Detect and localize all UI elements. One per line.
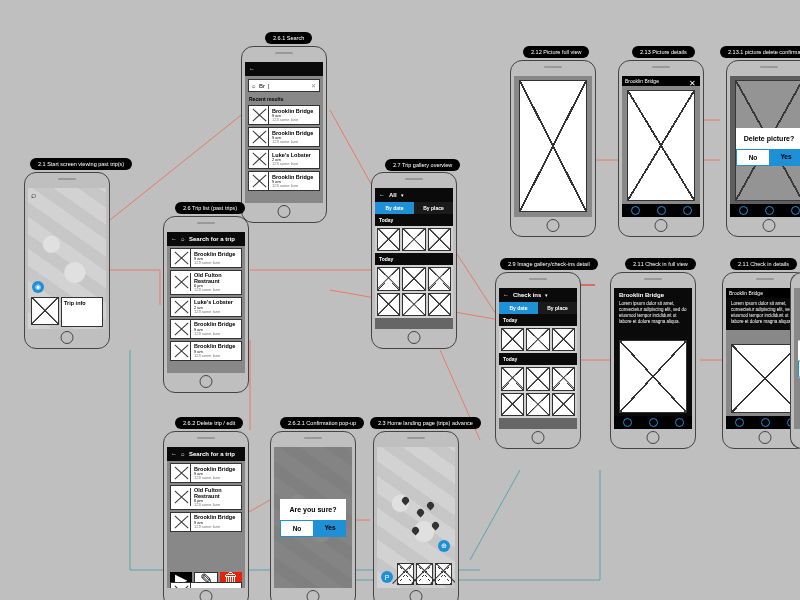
- action-icon[interactable]: [735, 418, 744, 427]
- photo-thumb[interactable]: [377, 228, 400, 251]
- chevron-down-icon[interactable]: ▾: [545, 292, 548, 298]
- action-icon[interactable]: [623, 418, 632, 427]
- trip-info-label: Trip info: [64, 300, 100, 306]
- pill-start: 2.1 Start screen viewing past trip(s): [30, 158, 132, 170]
- full-image[interactable]: [519, 80, 587, 212]
- recent-label: Recent results: [245, 95, 323, 103]
- photo-thumb[interactable]: [435, 563, 452, 585]
- fab-user[interactable]: P: [381, 571, 393, 583]
- result-item[interactable]: Brooklin Bridge9 am123 some lane: [248, 105, 320, 125]
- pill-picfull: 2.12 Picture full view: [523, 46, 589, 58]
- pill-confirm: 2.6.2.1 Confirmation pop-up: [280, 417, 364, 429]
- trip-item[interactable]: Brooklin Bridge9 am123 some lane: [170, 319, 242, 339]
- fab-locate[interactable]: ◉: [32, 281, 44, 293]
- no-button[interactable]: No: [736, 149, 770, 166]
- photo-thumb[interactable]: [377, 267, 400, 290]
- search-input[interactable]: ⌕ Br| ✕: [248, 79, 320, 92]
- trip-item[interactable]: Brooklin Bridge9 am123 some lane: [170, 512, 242, 532]
- photo-thumb[interactable]: [552, 393, 575, 416]
- action-icon[interactable]: [631, 206, 640, 215]
- pill-triplist: 2.6 Trip list (past trips): [175, 202, 245, 214]
- result-item[interactable]: Brooklin Bridge9 am123 some lane: [248, 127, 320, 147]
- back-icon[interactable]: ←: [249, 66, 255, 72]
- frame-checkfull: Brooklin Bridge Lorem ipsum dolor sit am…: [610, 272, 696, 449]
- chevron-down-icon[interactable]: ▾: [401, 192, 404, 198]
- pill-checkfull: 2.11 Check in full view: [625, 258, 696, 270]
- share-icon[interactable]: [649, 418, 658, 427]
- pic-title: Brooklin Bridge: [625, 78, 659, 84]
- title-checkins: Check ins: [513, 292, 541, 298]
- frame-checkdelete-partial: Del No: [790, 272, 800, 449]
- back-icon[interactable]: ←: [503, 292, 509, 298]
- photo-thumb[interactable]: [377, 293, 400, 316]
- action-icon[interactable]: [739, 206, 748, 215]
- photo-thumb[interactable]: [526, 328, 549, 351]
- search-icon[interactable]: ⌕: [181, 451, 185, 457]
- info-icon[interactable]: [791, 206, 800, 215]
- trip-item[interactable]: Old Fulton Restraunt6 pm123 some lane: [170, 270, 242, 295]
- clear-icon[interactable]: ✕: [311, 82, 316, 89]
- pill-gallery: 2.7 Trip gallery overview: [385, 159, 460, 171]
- back-icon[interactable]: ←: [171, 236, 177, 242]
- photo-thumb[interactable]: [428, 293, 451, 316]
- search-icon[interactable]: ⌕: [181, 236, 185, 242]
- search-value: Br: [259, 83, 265, 89]
- photo-thumb[interactable]: [526, 393, 549, 416]
- fab-add[interactable]: ⊕: [438, 540, 450, 552]
- search-icon[interactable]: ⌕: [31, 190, 36, 200]
- detail-body: Lorem ipsum dolor sit amet, consectetur …: [726, 298, 800, 327]
- frame-delete: ←⌕Search for a trip Brooklin Bridge9 am1…: [163, 431, 249, 600]
- close-icon[interactable]: ✕: [689, 79, 696, 88]
- tab-byplace[interactable]: By place: [414, 202, 453, 214]
- no-button[interactable]: No: [280, 520, 314, 537]
- photo-thumb[interactable]: [501, 393, 524, 416]
- photo-thumb[interactable]: [402, 293, 425, 316]
- frame-checkdetails: Brooklin Bridge ✕ Lorem ipsum dolor sit …: [722, 272, 800, 449]
- trip-item[interactable]: Brooklin Bridge9 am123 some lane: [170, 248, 242, 268]
- frame-picdelete: Delete picture? No Yes: [726, 60, 800, 237]
- photo-thumb[interactable]: [501, 367, 524, 390]
- info-icon[interactable]: [675, 418, 684, 427]
- frame-picdetails: Brooklin Bridge ✕: [618, 60, 704, 237]
- tab-byplace[interactable]: By place: [538, 302, 577, 314]
- trip-item[interactable]: Brooklin Bridge9 am: [170, 582, 242, 588]
- checkin-image[interactable]: [619, 340, 687, 413]
- photo-thumb[interactable]: [428, 228, 451, 251]
- back-icon[interactable]: ←: [379, 192, 385, 198]
- title-all[interactable]: All: [389, 192, 397, 198]
- share-icon[interactable]: [765, 206, 774, 215]
- photo-thumb[interactable]: [526, 367, 549, 390]
- yes-button[interactable]: Yes: [770, 149, 800, 166]
- photo-thumb[interactable]: [552, 328, 575, 351]
- frame-picfull: [510, 60, 596, 237]
- pill-delete: 2.6.2 Delete trip / edit: [175, 417, 243, 429]
- confirm-dialog: Are you sure? No Yes: [280, 499, 346, 537]
- back-icon[interactable]: ←: [171, 451, 177, 457]
- trip-item[interactable]: Brooklin Bridge9 am123 some lane: [170, 463, 242, 483]
- trip-item[interactable]: Luke's Lobster2 am123 some lane: [170, 297, 242, 317]
- pill-checkdetails: 2.11 Check in details: [730, 258, 797, 270]
- photo-thumb[interactable]: [428, 267, 451, 290]
- share-icon[interactable]: [657, 206, 666, 215]
- search-placeholder: Search for a trip: [189, 236, 235, 242]
- trip-item[interactable]: Old Fulton Restraunt6 pm123 some lane: [170, 485, 242, 510]
- result-item[interactable]: Brooklin Bridge9 am123 some lane: [248, 171, 320, 191]
- share-icon[interactable]: [761, 418, 770, 427]
- result-item[interactable]: Luke's Lobster2 am123 some lane: [248, 149, 320, 169]
- photo-thumb[interactable]: [501, 328, 524, 351]
- bottom-trip-card[interactable]: Trip info: [31, 297, 103, 327]
- photo-thumb[interactable]: [402, 267, 425, 290]
- detail-image: [627, 90, 695, 201]
- detail-title: Brooklin Bridge: [729, 290, 763, 296]
- trip-item[interactable]: Brooklin Bridge9 am123 some lane: [170, 341, 242, 361]
- tab-bydate[interactable]: By date: [375, 202, 414, 214]
- photo-thumb[interactable]: [402, 228, 425, 251]
- tab-bydate[interactable]: By date: [499, 302, 538, 314]
- info-icon[interactable]: [683, 206, 692, 215]
- photo-thumb[interactable]: [552, 367, 575, 390]
- frame-landing: ←All▾≡ ⊕ P: [373, 431, 459, 600]
- frame-gallery: ←All▾ By date By place Today Today: [371, 172, 457, 349]
- delete-dialog: Delete picture? No Yes: [736, 128, 800, 166]
- yes-button[interactable]: Yes: [314, 520, 346, 537]
- frame-triplist: ←⌕Search for a trip Brooklin Bridge9 am1…: [163, 216, 249, 393]
